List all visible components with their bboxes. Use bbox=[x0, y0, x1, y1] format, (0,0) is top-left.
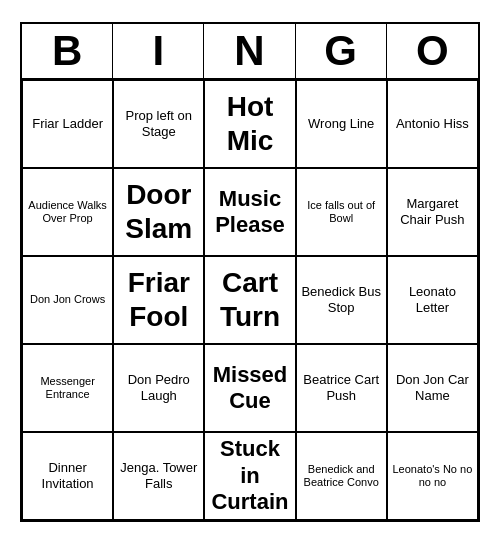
bingo-cell-4: Antonio Hiss bbox=[387, 80, 478, 168]
header-letter-i: I bbox=[113, 24, 204, 78]
bingo-cell-23: Benedick and Beatrice Convo bbox=[296, 432, 387, 520]
bingo-cell-6: Door Slam bbox=[113, 168, 204, 256]
bingo-cell-11: Friar Fool bbox=[113, 256, 204, 344]
bingo-header: BINGO bbox=[22, 24, 478, 80]
bingo-cell-21: Jenga. Tower Falls bbox=[113, 432, 204, 520]
bingo-cell-15: Messenger Entrance bbox=[22, 344, 113, 432]
bingo-cell-18: Beatrice Cart Push bbox=[296, 344, 387, 432]
bingo-cell-8: Ice falls out of Bowl bbox=[296, 168, 387, 256]
bingo-cell-12: Cart Turn bbox=[204, 256, 295, 344]
bingo-cell-7: Music Please bbox=[204, 168, 295, 256]
bingo-cell-19: Don Jon Car Name bbox=[387, 344, 478, 432]
bingo-cell-0: Friar Ladder bbox=[22, 80, 113, 168]
header-letter-g: G bbox=[296, 24, 387, 78]
bingo-cell-3: Wrong Line bbox=[296, 80, 387, 168]
bingo-cell-5: Audience Walks Over Prop bbox=[22, 168, 113, 256]
bingo-cell-13: Benedick Bus Stop bbox=[296, 256, 387, 344]
bingo-cell-9: Margaret Chair Push bbox=[387, 168, 478, 256]
bingo-cell-14: Leonato Letter bbox=[387, 256, 478, 344]
bingo-card: BINGO Friar LadderProp left on StageHot … bbox=[20, 22, 480, 522]
bingo-cell-16: Don Pedro Laugh bbox=[113, 344, 204, 432]
header-letter-o: O bbox=[387, 24, 478, 78]
bingo-cell-2: Hot Mic bbox=[204, 80, 295, 168]
bingo-grid: Friar LadderProp left on StageHot MicWro… bbox=[22, 80, 478, 520]
header-letter-b: B bbox=[22, 24, 113, 78]
bingo-cell-22: Stuck in Curtain bbox=[204, 432, 295, 520]
bingo-cell-1: Prop left on Stage bbox=[113, 80, 204, 168]
bingo-cell-10: Don Jon Crows bbox=[22, 256, 113, 344]
bingo-cell-17: Missed Cue bbox=[204, 344, 295, 432]
bingo-cell-20: Dinner Invitation bbox=[22, 432, 113, 520]
bingo-cell-24: Leonato's No no no no bbox=[387, 432, 478, 520]
header-letter-n: N bbox=[204, 24, 295, 78]
